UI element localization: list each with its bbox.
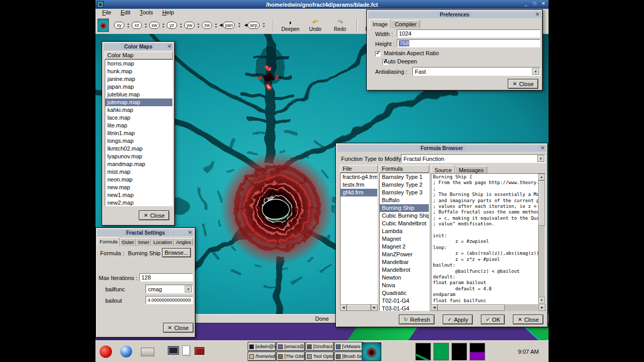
scroll-right-button[interactable]: ▶ <box>539 304 545 311</box>
task-button-tool-options[interactable]: Tool Optic <box>305 352 334 361</box>
axis-rotate-button[interactable]: zw <box>202 22 212 29</box>
dialog-titlebar[interactable]: Preferences ✕ <box>368 11 541 18</box>
task-button-emacs[interactable]: [emacs@ <box>277 342 305 351</box>
vertical-scrollbar[interactable]: ▲ ▼ <box>538 174 545 304</box>
function-type-dropdown[interactable]: Fractal Function ▼ <box>401 154 545 163</box>
close-icon[interactable]: ✕ <box>166 43 173 50</box>
formula-item[interactable]: Magnet <box>380 235 429 243</box>
menu-item[interactable]: Edit <box>116 9 135 17</box>
menu-item[interactable]: File <box>98 9 116 17</box>
red-hat-menu-icon[interactable] <box>100 345 112 358</box>
colormap-item[interactable]: new1.map <box>105 191 172 199</box>
colormap-item[interactable]: neon.map <box>105 176 172 184</box>
formula-item[interactable]: Barnsley Type 3 <box>380 189 429 196</box>
formula-item[interactable]: Magnet 2 <box>380 243 429 251</box>
pan-control[interactable]: ◀ pan <box>219 22 235 29</box>
colormap-item[interactable]: lite.map <box>105 122 172 129</box>
main-titlebar[interactable]: /home/edwin/gnofract4d/params/blade.fct … <box>95 0 549 9</box>
colormap-item[interactable]: litnin1.map <box>105 129 172 137</box>
maintain-aspect-checkbox[interactable]: ✓ <box>375 51 381 57</box>
formula-item[interactable]: Cubic Mandelbrot <box>380 220 429 227</box>
apply-button[interactable]: ✓ Apply <box>443 315 473 324</box>
deepen-button[interactable]: ◗ Deepen <box>279 17 302 34</box>
formula-item[interactable]: T02-01-G4 <box>380 297 429 305</box>
bailout-input[interactable] <box>146 296 193 304</box>
formula-item[interactable]: Mandelbrot <box>380 266 429 274</box>
axis-rotate-button[interactable]: yz <box>167 22 177 29</box>
axis-rotate-button[interactable]: yw <box>184 22 195 29</box>
formula-item[interactable]: Buffalo <box>380 196 429 204</box>
task-button-terminal[interactable]: [edwin@lc <box>248 342 276 351</box>
colormap-item[interactable]: lace.map <box>105 114 172 122</box>
formula-item[interactable]: T03-01-G4 <box>380 305 429 311</box>
chevron-down-icon[interactable]: ▼ <box>185 286 192 292</box>
chevron-down-icon[interactable]: ▼ <box>537 155 544 162</box>
colormap-item[interactable]: mist.map <box>105 168 172 176</box>
scroll-left-button[interactable]: ◀ <box>431 304 438 311</box>
printer-icon[interactable] <box>141 348 154 356</box>
colormap-item[interactable]: juteblue.map <box>105 91 172 98</box>
close-icon[interactable]: ✕ <box>540 1 547 8</box>
scroll-up-button[interactable]: ▲ <box>538 174 545 180</box>
antialiasing-dropdown[interactable]: Fast ▼ <box>412 67 540 76</box>
scroll-left-button[interactable]: ◀ <box>340 304 347 311</box>
toolbox-icon[interactable] <box>195 347 204 355</box>
minimize-icon[interactable]: _ <box>522 1 529 8</box>
colormap-item[interactable]: horns.map <box>105 60 172 68</box>
tab-formula[interactable]: Formula <box>98 237 120 246</box>
tab-outer[interactable]: Outer <box>120 238 136 246</box>
file-item[interactable]: gf4d.frm <box>341 189 377 196</box>
menu-item[interactable]: Help <box>157 9 179 17</box>
workspace-2[interactable] <box>433 343 449 360</box>
colormap-item[interactable]: longs.map <box>105 137 172 145</box>
browse-button[interactable]: Browse... <box>162 248 191 257</box>
terminal-icon[interactable] <box>168 346 179 355</box>
formula-item[interactable]: Barnsley Type 2 <box>380 181 429 189</box>
axis-rotate-button[interactable]: xz <box>132 22 142 29</box>
formula-item[interactable]: Lambda <box>380 227 429 235</box>
colormap-list-header[interactable]: Color Map <box>105 52 173 59</box>
scrollbar-thumb[interactable] <box>347 304 371 311</box>
chevron-down-icon[interactable]: ▼ <box>532 68 539 75</box>
formula-item[interactable]: Newton <box>380 274 429 282</box>
bailfunc-dropdown[interactable]: cmag ▼ <box>146 285 193 293</box>
warp-control[interactable]: ◀ wrp <box>244 22 260 29</box>
web-browser-icon[interactable] <box>120 345 132 357</box>
colormap-item[interactable]: new2.map <box>105 199 172 206</box>
formula-item[interactable]: Mandelbar <box>380 258 429 266</box>
tab-location[interactable]: Location <box>151 238 174 246</box>
ok-button[interactable]: ✔ OK <box>481 315 505 324</box>
colormap-item[interactable]: mandmap.map <box>105 160 172 168</box>
file-item[interactable]: fractint-g4.frm <box>341 173 377 181</box>
close-button[interactable]: ✕ Close <box>139 210 169 220</box>
undo-button[interactable]: ↶ Undo <box>303 17 327 34</box>
formula-item[interactable]: Cubic Burning Ship <box>380 212 429 220</box>
axis-rotate-button[interactable]: xy <box>114 22 124 29</box>
file-list-header[interactable]: File <box>340 165 378 173</box>
formula-item[interactable]: ManZPower <box>380 251 429 258</box>
colormap-item[interactable]: hunk.map <box>105 68 172 75</box>
workspace-3[interactable] <box>452 343 467 360</box>
horizontal-scrollbar[interactable]: ◀ ▶ <box>340 304 378 311</box>
maximize-icon[interactable]: □ <box>531 1 538 8</box>
close-button[interactable]: ✕ Close <box>508 79 538 89</box>
colormap-item[interactable]: lkmtch02.map <box>105 145 172 153</box>
scrollbar-thumb[interactable] <box>538 180 545 226</box>
task-button-home-folder[interactable]: /home/edw <box>248 352 276 361</box>
task-button-brush-selection[interactable]: [Brush Se <box>334 352 363 361</box>
colormap-item[interactable]: kahki.map <box>105 106 172 114</box>
dialog-titlebar[interactable]: Fractal Settings ✕ <box>98 229 194 236</box>
horizontal-scrollbar[interactable]: ◀ ▶ <box>431 304 545 311</box>
colormap-item[interactable]: japan.map <box>105 83 172 91</box>
formula-item[interactable]: Burning Ship <box>380 204 429 212</box>
colormap-item[interactable]: jutemap.map <box>105 98 172 106</box>
width-input[interactable] <box>397 29 540 38</box>
formula-list-header[interactable]: Formula <box>379 165 429 173</box>
formula-item[interactable]: Barnsley Type 1 <box>380 173 429 181</box>
task-button-vmware[interactable]: [VMware V <box>334 342 363 351</box>
close-button[interactable]: ✕ Close <box>163 323 194 333</box>
axis-rotate-button[interactable]: xw <box>149 22 159 29</box>
file-manager-icon[interactable] <box>182 345 190 355</box>
scrollbar-thumb[interactable] <box>438 304 505 311</box>
colormap-item[interactable]: janine.map <box>105 75 172 83</box>
